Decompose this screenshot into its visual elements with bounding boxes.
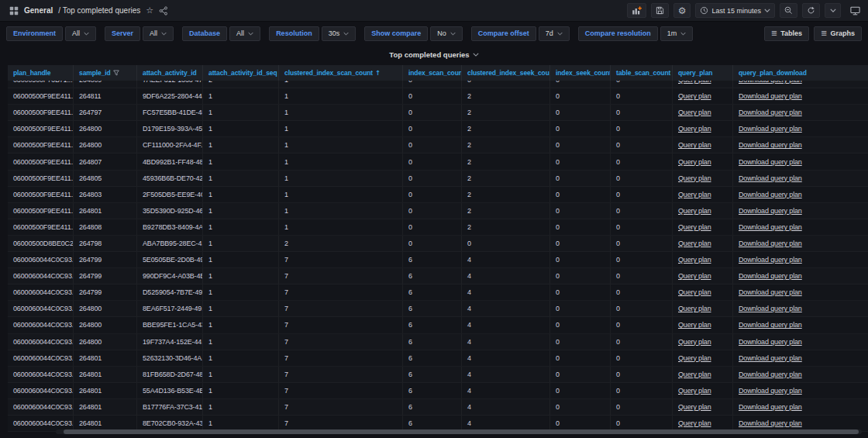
column-header-query-plan[interactable]: query_plan bbox=[673, 65, 733, 81]
query-plan-link[interactable]: Query plan bbox=[678, 92, 711, 100]
download-query-plan-link[interactable]: Download query plan bbox=[739, 387, 802, 395]
table-row: 06000500D8BE0C2... 264798 ABA7BB95-28EC-… bbox=[8, 236, 868, 252]
kiosk-tv-mode-icon[interactable] bbox=[850, 6, 860, 16]
query-plan-link[interactable]: Query plan bbox=[678, 191, 711, 198]
cell-clustered-index-scan-count: 7 bbox=[279, 252, 403, 267]
query-plan-link[interactable]: Query plan bbox=[678, 272, 711, 280]
graphs-view-label: Graphs bbox=[830, 29, 855, 37]
variable-value-dropdown[interactable]: 1m bbox=[660, 26, 694, 41]
refresh-dashboard-button[interactable] bbox=[802, 3, 820, 18]
panel-title-menu[interactable]: Top completed queries bbox=[0, 45, 868, 64]
horizontal-scrollbar-thumb[interactable] bbox=[64, 429, 859, 434]
download-query-plan-link[interactable]: Download query plan bbox=[739, 371, 802, 378]
column-header-index-scan-count[interactable]: index_scan_count bbox=[403, 65, 462, 81]
graphs-view-button[interactable]: ≡ Graphs bbox=[814, 26, 862, 41]
query-plan-link[interactable]: Query plan bbox=[678, 223, 711, 231]
download-query-plan-link[interactable]: Download query plan bbox=[739, 419, 802, 427]
download-query-plan-link[interactable]: Download query plan bbox=[739, 81, 802, 84]
cell-query-plan-download: Download query plan bbox=[733, 187, 868, 202]
download-query-plan-link[interactable]: Download query plan bbox=[739, 158, 802, 166]
variable-value-dropdown[interactable]: All bbox=[65, 26, 96, 41]
query-plan-link[interactable]: Query plan bbox=[678, 338, 711, 346]
column-header-clustered-index-scan-count[interactable]: clustered_index_scan_count ↑ bbox=[279, 65, 403, 81]
query-plan-link[interactable]: Query plan bbox=[678, 141, 711, 149]
query-plan-link[interactable]: Query plan bbox=[678, 321, 711, 329]
dashboard-grid-icon[interactable] bbox=[9, 6, 19, 16]
download-query-plan-link[interactable]: Download query plan bbox=[739, 125, 802, 133]
column-header-clustered-index-seek-count[interactable]: clustered_index_seek_count bbox=[462, 65, 550, 81]
cell-clustered-index-seek-count: 0 bbox=[462, 81, 550, 88]
variable-value-dropdown[interactable]: All bbox=[229, 26, 260, 41]
download-query-plan-link[interactable]: Download query plan bbox=[739, 92, 802, 100]
column-header-attach-activity-id[interactable]: attach_activity_id bbox=[137, 65, 203, 81]
table-row: 06000500F9EE411... 264797 FC57E5BB-41DE-… bbox=[8, 105, 868, 121]
download-query-plan-link[interactable]: Download query plan bbox=[739, 174, 802, 182]
download-query-plan-link[interactable]: Download query plan bbox=[739, 338, 802, 346]
cell-index-seek-count: 0 bbox=[550, 399, 611, 415]
cell-query-plan-download: Download query plan bbox=[733, 121, 868, 136]
download-query-plan-link[interactable]: Download query plan bbox=[739, 288, 802, 296]
cell-plan-handle: 06000500F9EE411... bbox=[8, 88, 74, 104]
tables-view-button[interactable]: ≡ Tables bbox=[764, 26, 809, 41]
query-plan-link[interactable]: Query plan bbox=[678, 288, 711, 296]
download-query-plan-link[interactable]: Download query plan bbox=[739, 141, 802, 149]
query-plan-link[interactable]: Query plan bbox=[678, 419, 711, 427]
add-panel-button[interactable] bbox=[627, 3, 646, 18]
download-query-plan-link[interactable]: Download query plan bbox=[739, 207, 802, 215]
download-query-plan-link[interactable]: Download query plan bbox=[739, 354, 802, 362]
cell-table-scan-count: 0 bbox=[611, 121, 673, 136]
cell-attach-activity-id: 9DF6A225-2804-44... bbox=[137, 88, 203, 104]
cell-query-plan-download: Download query plan bbox=[733, 317, 868, 333]
column-header-plan-handle[interactable]: plan_handle bbox=[8, 65, 74, 81]
column-header-query-plan-download[interactable]: query_plan_download bbox=[733, 65, 868, 81]
cell-sample-id: 264800 bbox=[74, 137, 137, 153]
column-header-sample-id[interactable]: sample_id bbox=[74, 65, 137, 81]
query-plan-link[interactable]: Query plan bbox=[678, 256, 711, 264]
cell-attach-activity-id: B17776FA-37C3-41... bbox=[137, 399, 203, 415]
download-query-plan-link[interactable]: Download query plan bbox=[739, 321, 802, 329]
variable-value-dropdown[interactable]: No bbox=[430, 26, 463, 41]
query-plan-link[interactable]: Query plan bbox=[678, 354, 711, 362]
download-query-plan-link[interactable]: Download query plan bbox=[739, 256, 802, 264]
query-plan-link[interactable]: Query plan bbox=[678, 207, 711, 215]
query-plan-link[interactable]: Query plan bbox=[678, 240, 711, 247]
download-query-plan-link[interactable]: Download query plan bbox=[739, 191, 802, 198]
query-plan-link[interactable]: Query plan bbox=[678, 109, 711, 116]
variable-value-dropdown[interactable]: All bbox=[143, 26, 174, 41]
list-icon: ≡ bbox=[821, 29, 827, 37]
download-query-plan-link[interactable]: Download query plan bbox=[739, 272, 802, 280]
filter-funnel-icon[interactable] bbox=[113, 70, 119, 76]
column-header-table-scan-count[interactable]: table_scan_count bbox=[611, 65, 673, 81]
variable-value-dropdown[interactable]: 7d bbox=[539, 26, 570, 41]
column-header-attach-activity-id-seq[interactable]: attach_activity_id_seq bbox=[203, 65, 279, 81]
save-dashboard-button[interactable] bbox=[651, 3, 669, 18]
variable-value-dropdown[interactable]: 30s bbox=[322, 26, 356, 41]
query-plan-link[interactable]: Query plan bbox=[678, 158, 711, 166]
refresh-interval-dropdown[interactable] bbox=[825, 3, 841, 18]
query-plan-link[interactable]: Query plan bbox=[678, 305, 711, 312]
star-favorite-icon[interactable]: ☆ bbox=[146, 6, 153, 15]
query-plan-link[interactable]: Query plan bbox=[678, 125, 711, 133]
download-query-plan-link[interactable]: Download query plan bbox=[739, 223, 802, 231]
download-query-plan-link[interactable]: Download query plan bbox=[739, 109, 802, 116]
breadcrumb-section[interactable]: General bbox=[24, 6, 53, 15]
zoom-out-time-button[interactable] bbox=[780, 3, 797, 18]
template-variable-control: Compare offset 7d bbox=[471, 26, 570, 41]
cell-clustered-index-scan-count: 7 bbox=[279, 334, 403, 350]
dashboard-settings-button[interactable]: ⚙ bbox=[673, 3, 691, 18]
cell-plan-handle: 06000500F9EE411... bbox=[8, 219, 74, 235]
query-plan-link[interactable]: Query plan bbox=[678, 81, 711, 84]
query-plan-link[interactable]: Query plan bbox=[678, 403, 711, 411]
query-plan-link[interactable]: Query plan bbox=[678, 387, 711, 395]
download-query-plan-link[interactable]: Download query plan bbox=[739, 240, 802, 247]
query-plan-link[interactable]: Query plan bbox=[678, 371, 711, 378]
download-query-plan-link[interactable]: Download query plan bbox=[739, 403, 802, 411]
cell-index-scan-count: 6 bbox=[403, 383, 462, 398]
cell-index-scan-count: 0 bbox=[403, 236, 462, 251]
download-query-plan-link[interactable]: Download query plan bbox=[739, 305, 802, 312]
time-range-picker[interactable]: Last 15 minutes bbox=[695, 3, 775, 18]
query-plan-link[interactable]: Query plan bbox=[678, 174, 711, 182]
column-header-index-seek-count[interactable]: index_seek_count bbox=[550, 65, 611, 81]
share-icon[interactable] bbox=[159, 6, 168, 16]
breadcrumb-page-title: / Top completed queries bbox=[58, 6, 140, 15]
